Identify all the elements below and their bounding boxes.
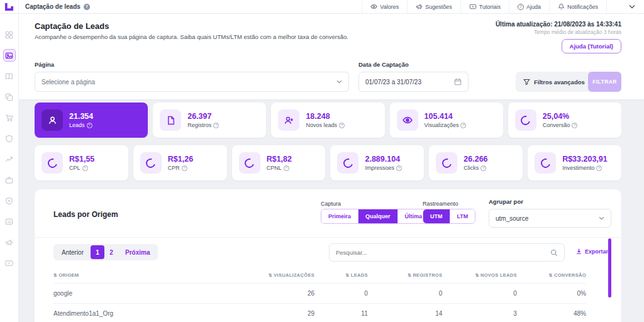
filter-submit-button[interactable]: FILTRAR bbox=[588, 72, 621, 92]
table-row[interactable]: Atendimento1a1_Org 29 11 14 3 48% bbox=[53, 303, 586, 322]
stat-card-cpl[interactable]: R$1,55 CPL? bbox=[35, 145, 128, 180]
stat-card-registros[interactable]: 26.397 Registros? bbox=[153, 103, 266, 138]
date-range-field[interactable] bbox=[358, 72, 469, 92]
info-icon[interactable]: ? bbox=[82, 165, 88, 171]
column-header-visualizacoes[interactable]: ⇅VISUALIZAÇÕES bbox=[219, 272, 314, 278]
info-icon[interactable]: ? bbox=[284, 165, 289, 171]
info-icon[interactable]: ? bbox=[596, 165, 602, 171]
pagination-page-1[interactable]: 1 bbox=[91, 245, 104, 259]
export-label: Exportar bbox=[585, 248, 608, 255]
breadcrumb-title: Captação de leads bbox=[25, 3, 80, 10]
info-icon[interactable]: ? bbox=[572, 123, 577, 128]
help-tutorial-button[interactable]: Ajuda (Tutorial) bbox=[562, 39, 621, 53]
stat-card-cpnl[interactable]: R$1,82 CPNL? bbox=[232, 145, 326, 180]
stat-value: 21.354 bbox=[69, 112, 93, 122]
search-input[interactable] bbox=[336, 249, 550, 256]
menu-item-ajuda[interactable]: ? Ajuda bbox=[509, 0, 549, 13]
info-icon[interactable]: ? bbox=[480, 165, 486, 171]
chevron-down-icon bbox=[599, 216, 604, 220]
pagination-next[interactable]: Próxima bbox=[118, 245, 157, 259]
sort-icon: ⇅ bbox=[346, 273, 350, 277]
column-header-conversao[interactable]: ⇅CONVERSÃO bbox=[517, 272, 586, 278]
agrupar-value: utm_source bbox=[496, 215, 528, 222]
captura-primeira-button[interactable]: Primeira bbox=[321, 209, 358, 223]
top-menu: Valores Sugestões Tutoriais ? Ajuda Noti… bbox=[362, 0, 644, 13]
sort-icon: ⇅ bbox=[269, 273, 272, 277]
account-menu-toggle[interactable] bbox=[606, 0, 644, 13]
breadcrumb: Captação de leads ? bbox=[19, 3, 90, 10]
page-select[interactable]: Selecione a página bbox=[35, 72, 349, 92]
info-icon[interactable]: ? bbox=[460, 123, 466, 128]
stat-card-novos-leads[interactable]: 18.248 Novos leads? bbox=[271, 103, 384, 138]
stat-value: 18.248 bbox=[306, 112, 345, 122]
info-icon[interactable]: ? bbox=[339, 123, 345, 128]
bell-icon bbox=[558, 3, 565, 10]
date-range-input[interactable] bbox=[365, 79, 454, 86]
captura-qualquer-button[interactable]: Qualquer bbox=[358, 209, 397, 223]
sidebar bbox=[0, 14, 19, 322]
menu-item-valores[interactable]: Valores bbox=[362, 0, 407, 13]
menu-item-notificacoes[interactable]: Notificações bbox=[549, 0, 606, 13]
sidebar-item-cart-icon[interactable] bbox=[4, 112, 15, 123]
info-icon[interactable]: ? bbox=[396, 165, 402, 171]
stat-value: 2.889.104 bbox=[365, 155, 402, 165]
sidebar-item-pages-icon[interactable] bbox=[4, 50, 15, 61]
column-header-leads[interactable]: ⇅LEADS bbox=[314, 272, 368, 278]
header-panel: Captação de Leads Acompanhe o desempenho… bbox=[19, 14, 644, 99]
sidebar-item-book-icon[interactable] bbox=[4, 70, 15, 82]
pagination-prev[interactable]: Anterior bbox=[55, 245, 91, 259]
stat-label: CPR bbox=[168, 165, 180, 171]
info-icon[interactable]: ? bbox=[213, 123, 219, 128]
column-header-origem[interactable]: ⇅ORIGEM bbox=[53, 272, 219, 278]
stat-card-cpr[interactable]: R$1,26 CPR? bbox=[133, 145, 227, 180]
cell-registros: 14 bbox=[368, 310, 443, 317]
page-filter-label: Página bbox=[35, 61, 54, 68]
cell-conversao: 0% bbox=[517, 290, 586, 297]
info-icon[interactable]: ? bbox=[182, 165, 187, 171]
ring-icon bbox=[42, 152, 63, 174]
sidebar-item-chart-icon[interactable] bbox=[4, 153, 15, 165]
stat-value: R$1,26 bbox=[168, 155, 193, 165]
sort-icon: ⇅ bbox=[408, 273, 411, 277]
menu-item-sugestoes[interactable]: Sugestões bbox=[407, 0, 460, 13]
stat-card-clicks[interactable]: 26.266 Clicks? bbox=[429, 145, 523, 180]
stat-label: Conversão bbox=[543, 122, 570, 128]
stat-value: 25,04% bbox=[543, 112, 578, 122]
sidebar-item-shield-icon[interactable] bbox=[4, 133, 15, 144]
stat-card-impressoes[interactable]: 2.889.104 Impressoes? bbox=[330, 145, 424, 180]
cell-conversao: 48% bbox=[517, 310, 586, 317]
stat-card-investimento[interactable]: R$33.203,91 Investimento? bbox=[528, 145, 621, 180]
stat-card-visualizacoes[interactable]: 105.414 Visualizações? bbox=[390, 103, 503, 138]
app-logo[interactable] bbox=[0, 0, 19, 14]
sidebar-item-dashboard-icon[interactable] bbox=[4, 29, 15, 40]
advanced-filters-button[interactable]: Filtros avançados bbox=[516, 72, 592, 92]
table-row[interactable]: google 26 0 0 0 0% bbox=[53, 283, 586, 303]
sidebar-item-megaphone-icon[interactable] bbox=[4, 236, 15, 248]
agrupar-select[interactable]: utm_source bbox=[489, 209, 611, 228]
megaphone-icon bbox=[416, 3, 423, 10]
logo-icon bbox=[4, 2, 14, 11]
info-icon[interactable]: ? bbox=[87, 123, 92, 128]
rastreamento-ltm-button[interactable]: LTM bbox=[450, 209, 475, 223]
last-update: Última atualização: 21/08/2023 às 14:33:… bbox=[496, 21, 621, 35]
sidebar-item-briefcase-icon[interactable] bbox=[4, 174, 15, 186]
help-icon[interactable]: ? bbox=[84, 4, 90, 10]
rastreamento-utm-button[interactable]: UTM bbox=[423, 209, 450, 223]
sidebar-item-panel-icon[interactable] bbox=[4, 216, 15, 227]
panel-scrollbar[interactable] bbox=[608, 238, 611, 297]
column-header-registros[interactable]: ⇅REGISTROS bbox=[368, 272, 443, 278]
column-header-novos-leads[interactable]: ⇅NOVOS LEADS bbox=[442, 272, 517, 278]
pagination-page-2[interactable]: 2 bbox=[104, 245, 118, 259]
search-field[interactable] bbox=[329, 243, 565, 262]
document-icon bbox=[160, 109, 181, 131]
sidebar-item-video-icon[interactable] bbox=[4, 257, 15, 269]
stat-label: Impressoes bbox=[365, 165, 394, 171]
menu-label: Valores bbox=[380, 4, 399, 10]
export-button[interactable]: Exportar bbox=[575, 248, 608, 255]
menu-item-tutoriais[interactable]: Tutoriais bbox=[460, 0, 509, 13]
stat-label: CPL bbox=[69, 165, 80, 171]
stat-card-leads[interactable]: 21.354 Leads? bbox=[35, 103, 148, 138]
sidebar-item-shield-plus-icon[interactable] bbox=[4, 195, 15, 206]
sidebar-item-copy-icon[interactable] bbox=[4, 91, 15, 103]
stat-card-conversao[interactable]: 25,04% Conversão? bbox=[508, 103, 621, 138]
